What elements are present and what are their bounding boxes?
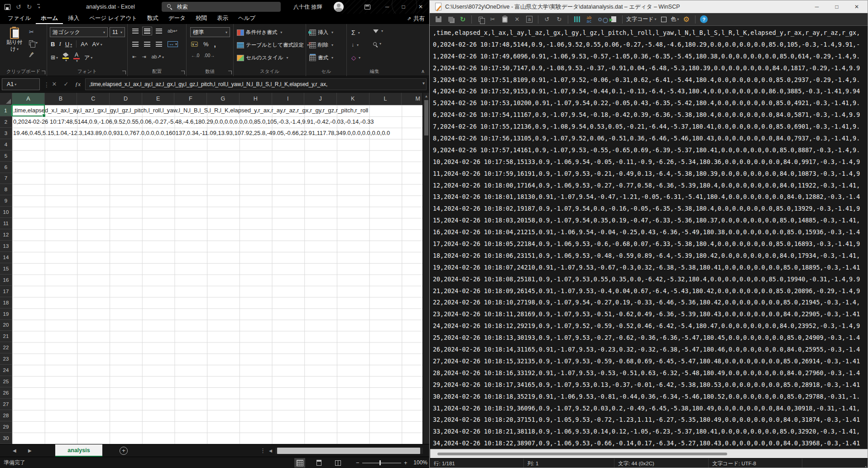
row-header[interactable]: 13 [0,241,12,252]
cut-button[interactable]: ✂ [488,14,498,24]
page-break-view-button[interactable] [332,458,343,468]
delete-cells-button[interactable]: 削除 [310,42,333,48]
paste-button[interactable] [500,14,510,24]
format-painter-button[interactable] [29,52,34,57]
resize-grip[interactable] [865,466,866,467]
column-header[interactable]: A [12,93,45,105]
row-header[interactable]: 16 [0,275,12,286]
tab-options-icon[interactable]: ⋮ [260,444,266,457]
tab-review[interactable]: 校閲 [191,14,212,24]
vertical-scrollbar[interactable]: ▲ [422,93,429,444]
editor-horizontal-scrollbar[interactable] [430,449,868,458]
align-right-button[interactable] [156,42,162,47]
cells-area[interactable] [12,105,422,444]
column-header[interactable]: L [369,93,402,105]
avatar[interactable] [334,2,344,12]
page-layout-view-button[interactable] [313,458,324,468]
column-header[interactable]: C [77,93,110,105]
scroll-up-icon[interactable]: ▲ [423,94,429,98]
column-header[interactable]: D [110,93,142,105]
column-header[interactable]: G [207,93,240,105]
row-header[interactable]: 21 [0,331,12,342]
row-header[interactable]: 4 [0,139,12,150]
tab-data[interactable]: データ [163,14,191,24]
row-header[interactable]: 18 [0,297,12,309]
row-header[interactable]: 12 [0,229,12,241]
tab-file[interactable]: ファイル [3,14,36,24]
align-center-button[interactable] [144,42,150,47]
fill-color-button[interactable] [62,53,69,63]
save-button[interactable] [433,14,443,24]
number-format-select[interactable]: 標準 [190,27,230,37]
cut-button[interactable]: ✂ [29,29,34,35]
number-dialog-launcher-icon[interactable] [228,71,232,74]
increase-font-button[interactable]: A˄ [81,41,88,48]
borders-button[interactable]: ⊞ [51,54,58,61]
horizontal-scrollbar[interactable] [275,448,423,454]
encoding-select[interactable]: 文字コード [626,15,657,23]
font-size-select[interactable]: 11 [110,27,125,37]
preferences-button[interactable]: ⚙ [681,14,691,24]
delete-button[interactable]: ✕ [512,14,522,24]
select-all-button[interactable]: a [524,14,534,24]
insert-cells-button[interactable]: 挿入 [310,29,333,36]
share-button[interactable]: ⇗ 共有 [407,15,425,23]
font-name-select[interactable]: 游ゴシック [50,27,108,37]
cell-styles-button[interactable]: セルのスタイル [237,54,288,61]
user-name[interactable]: 八十住 捺輝 [293,0,322,14]
align-top-button[interactable] [132,29,139,34]
row-header[interactable]: 29 [0,421,12,433]
vertical-scrollbar-thumb[interactable] [424,100,428,135]
paste-button[interactable]: 貼り付け [5,28,24,53]
fill-button[interactable]: ↓ [351,42,359,48]
format-as-table-button[interactable]: テーブルとして書式設定 [237,42,309,48]
zoom-slider-thumb[interactable] [379,460,381,465]
sort-filter-button[interactable] [373,29,383,33]
winscp-close-button[interactable]: ✕ [847,0,867,13]
column-header[interactable]: F [174,93,207,105]
redo-button[interactable]: ↻ [554,14,564,24]
row-header[interactable]: 14 [0,252,12,263]
row-header[interactable]: 22 [0,342,12,353]
undo-button[interactable]: ↺ [542,14,552,24]
format-cells-button[interactable]: 書式 [310,54,333,61]
column-headers[interactable]: ABCDEFGHIJKLM [12,93,422,105]
column-header[interactable]: K [337,93,369,105]
row-header[interactable]: 2 [0,116,12,128]
copy-button[interactable] [475,14,485,24]
undo-icon[interactable]: ↺ [16,0,21,14]
prev-sheet-icon[interactable]: ◀ [13,444,16,457]
column-header[interactable]: E [142,93,175,105]
confirm-entry-button[interactable]: ✓ [61,78,72,90]
increase-decimal-button[interactable]: ←.0 [191,53,199,58]
text-editor-area[interactable]: ,time,elapsed_x,l_ax,l_ay,l_az,l_gx,l_gy… [430,26,868,449]
name-box[interactable]: A1 [2,78,40,90]
background-color-button[interactable] [659,14,669,24]
row-header[interactable]: 26 [0,387,12,399]
customize-qat-icon[interactable] [37,4,40,10]
row-header[interactable]: 5 [0,150,12,162]
row-header[interactable]: 11 [0,218,12,229]
decrease-font-button[interactable]: A˅ [92,41,102,48]
normal-view-button[interactable] [294,458,305,468]
row-header[interactable]: 27 [0,399,12,410]
column-header[interactable]: H [240,93,272,105]
row-header[interactable]: 1 [0,105,12,116]
goto-line-button[interactable] [609,14,619,24]
copy-button[interactable] [29,40,38,45]
row-header[interactable]: 20 [0,320,12,331]
next-sheet-icon[interactable]: ▶ [28,444,32,457]
ribbon-display-options-button[interactable] [360,0,374,14]
increase-indent-button[interactable]: ⇥ [142,54,146,60]
align-middle-button[interactable] [144,29,150,34]
tab-home[interactable]: ホーム [36,14,63,24]
zoom-out-button[interactable]: − [356,457,360,468]
color-select[interactable]: 色 [671,15,679,23]
row-header[interactable]: 10 [0,207,12,218]
align-bottom-button[interactable] [156,29,162,34]
merge-center-button[interactable]: ↔ [168,41,178,47]
clear-button[interactable]: ◇ [351,54,360,61]
font-dialog-launcher-icon[interactable] [122,71,126,74]
zoom-slider-track[interactable] [362,463,401,463]
row-header[interactable]: 6 [0,162,12,173]
